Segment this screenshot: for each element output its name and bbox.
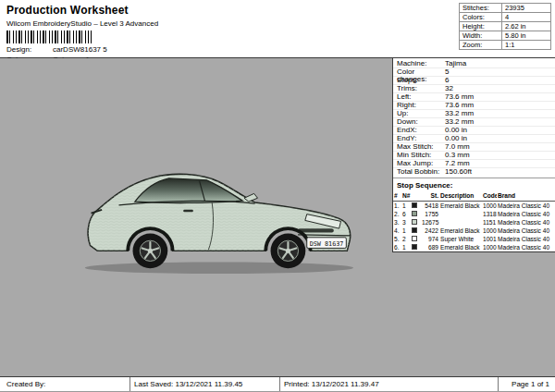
info-label: Trims: (397, 85, 445, 92)
info-value: 33.2 mm (445, 110, 474, 117)
page-indicator: Page 1 of 1 (498, 377, 555, 391)
column-header-code: Code (482, 191, 497, 201)
info-label: Total Bobbin: (397, 168, 445, 177)
thread-brand: Madeira Classic 40 (497, 218, 555, 227)
thread-color-swatch (412, 202, 417, 208)
stat-label: Stitches: (460, 4, 502, 13)
info-value: 73.6 mm (445, 93, 474, 101)
info-value: 5 (445, 68, 449, 76)
stop-number: 6. (393, 243, 401, 251)
stitch-count: 2422 (421, 227, 439, 235)
info-row: Trims:32 (393, 85, 555, 93)
thread-color-swatch (412, 244, 417, 250)
stat-label: Height: (460, 22, 502, 31)
drawing-area: DSW 81637 (0, 58, 392, 376)
stitch-count: 5418 (421, 201, 439, 210)
info-label: Left: (397, 93, 445, 101)
stitch-count: 974 (421, 235, 439, 243)
info-value: 7.2 mm (445, 160, 470, 167)
stat-value: 1:1 (502, 41, 551, 50)
design-label: Design: (6, 45, 53, 54)
stat-value: 4 (502, 13, 551, 22)
stats-box: Stitches:23935 Colors:4 Height:2.62 in W… (459, 3, 551, 50)
stop-number: 3. (393, 218, 401, 227)
info-row: Left:73.6 mm (393, 93, 555, 102)
stitch-count: 689 (421, 243, 439, 251)
column-header-stitches: St. (421, 191, 439, 201)
stitch-count: 1755 (421, 210, 439, 218)
stop-row: 4. 1 2422 Emerald Black 1000 Madeira Cla… (393, 227, 555, 235)
thread-brand: Madeira Classic 40 (497, 235, 555, 243)
stat-value: 2.62 in (502, 22, 551, 31)
thread-brand: Madeira Classic 40 (497, 243, 555, 251)
thread-code: 1000 (482, 201, 497, 210)
stitch-count: 12675 (421, 218, 439, 227)
stop-row: 5. 2 974 Super White 1001 Madeira Classi… (393, 235, 555, 243)
thread-description: Emerald Black (439, 243, 482, 251)
info-label: Color changes: (397, 68, 445, 76)
thread-brand: Madeira Classic 40 (497, 227, 555, 235)
info-label: Right: (397, 102, 445, 109)
info-row: Stops:6 (393, 77, 555, 85)
stop-sequence-title: Stop Sequence: (393, 178, 555, 191)
thread-description (439, 218, 482, 227)
stat-label: Colors: (460, 13, 502, 22)
design-value: carDSW81637 5 (53, 45, 107, 54)
info-label: Max Stitch: (397, 143, 445, 151)
info-label: EndX: (397, 127, 445, 134)
thread-brand: Madeira Classic 40 (497, 201, 555, 210)
column-header-needle: N# (401, 191, 411, 201)
thread-description (439, 210, 482, 218)
header: Production Worksheet Wilcom EmbroiderySt… (0, 0, 555, 57)
thread-color-swatch (412, 236, 417, 241)
license-plate: DSW 81637 (307, 238, 347, 249)
created-by-label: Created By: (0, 377, 130, 391)
info-value: 0.00 in (445, 127, 467, 134)
info-value: 0.00 in (445, 135, 467, 142)
footer: Created By: Last Saved: 13/12/2021 11.39… (0, 376, 555, 392)
info-value: 73.6 mm (445, 102, 474, 109)
stop-number: 4. (393, 227, 401, 235)
info-label: Up: (397, 110, 445, 117)
rear-wheel (133, 233, 168, 268)
column-header-brand: Brand (497, 191, 555, 201)
stop-number: 5. (393, 235, 401, 243)
needle-number: 6 (401, 210, 411, 218)
column-header-num: # (393, 191, 401, 201)
license-plate-text: DSW 81637 (310, 240, 344, 248)
info-label: EndY: (397, 135, 445, 142)
side-panel: Machine:Tajima Color changes:5 Stops:6 T… (392, 58, 555, 376)
main-area: DSW 81637 Machine:Tajima Color changes:5… (0, 57, 555, 376)
info-label: Stops: (397, 77, 445, 84)
stop-sequence-table: # N# St. Description Code Brand 1. 1 541… (393, 191, 555, 251)
info-value: 0.3 mm (445, 152, 470, 159)
door-handle (183, 210, 193, 213)
panel-filler (392, 252, 555, 377)
stat-value: 23935 (502, 4, 551, 13)
info-value: 7.0 mm (445, 143, 470, 151)
stop-number: 2. (393, 210, 401, 218)
last-saved-text: Last Saved: 13/12/2021 11.39.45 (130, 377, 279, 391)
thread-code: 1318 (482, 210, 497, 218)
design-barcode (6, 31, 92, 43)
thread-code: 1151 (482, 218, 497, 227)
info-row: EndX:0.00 in (393, 127, 555, 135)
needle-number: 3 (401, 218, 411, 227)
info-label: Down: (397, 118, 445, 126)
stat-row: Zoom:1:1 (460, 41, 551, 50)
thread-description: Super White (439, 235, 482, 243)
thread-code: 1001 (482, 235, 497, 243)
stop-row: 2. 6 1755 1318 Madeira Classic 40 (393, 210, 555, 218)
thread-code: 1000 (482, 227, 497, 235)
column-header-swatch (411, 191, 421, 201)
production-worksheet-page: Production Worksheet Wilcom EmbroiderySt… (0, 0, 555, 392)
info-row: Right:73.6 mm (393, 102, 555, 110)
grille (298, 228, 334, 232)
stat-value: 5.80 in (502, 31, 551, 41)
stat-label: Zoom: (460, 41, 502, 50)
thread-description: Emerald Black (439, 201, 482, 210)
info-row: Total Bobbin:150.60ft (393, 168, 555, 177)
info-value: 6 (445, 77, 449, 84)
stop-row: 1. 1 5418 Emerald Black 1000 Madeira Cla… (393, 201, 555, 210)
thread-color-swatch (412, 219, 417, 225)
